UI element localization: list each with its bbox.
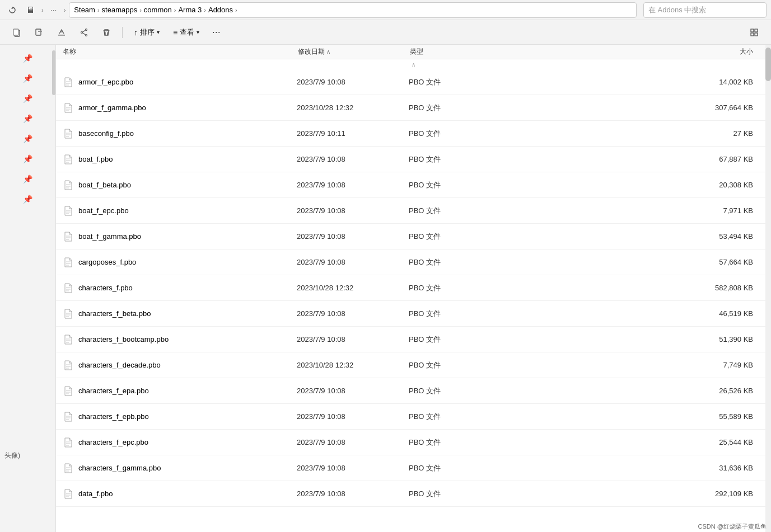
table-row[interactable]: characters_f.pbo 2023/10/28 12:32 PBO 文件… — [56, 275, 771, 301]
file-scrollbar[interactable] — [765, 45, 771, 532]
layout-button[interactable] — [744, 23, 764, 41]
file-icon — [63, 102, 74, 114]
file-type: PBO 文件 — [409, 129, 510, 139]
table-row[interactable]: cargoposes_f.pbo 2023/7/9 10:08 PBO 文件 5… — [56, 249, 771, 275]
file-scrollbar-thumb[interactable] — [765, 48, 771, 81]
table-row[interactable]: armor_f_epc.pbo 2023/7/9 10:08 PBO 文件 14… — [56, 69, 771, 95]
table-row[interactable]: characters_f_decade.pbo 2023/10/28 12:32… — [56, 352, 771, 378]
file-name: armor_f_epc.pbo — [78, 78, 297, 86]
svg-rect-7 — [751, 29, 754, 32]
file-name: characters_f_bootcamp.pbo — [78, 335, 297, 343]
file-name: characters_f_epb.pbo — [78, 412, 297, 421]
sidebar-pin-7[interactable]: 📌 — [18, 170, 38, 188]
breadcrumb-steamapps[interactable]: steamapps — [102, 6, 138, 14]
date-sort-icon: ∧ — [326, 49, 330, 55]
file-date: 2023/7/9 10:08 — [297, 335, 409, 343]
delete-button[interactable] — [96, 23, 116, 41]
col-header-name[interactable]: 名称 — [63, 47, 298, 57]
file-type: PBO 文件 — [409, 309, 510, 319]
table-row[interactable]: boat_f_epc.pbo 2023/7/9 10:08 PBO 文件 7,9… — [56, 198, 771, 224]
column-header: 名称 修改日期 ∧ 类型 大小 — [56, 45, 771, 59]
table-row[interactable]: characters_f_gamma.pbo 2023/7/9 10:08 PB… — [56, 455, 771, 481]
svg-point-6 — [81, 31, 83, 33]
file-icon — [63, 463, 74, 474]
file-name: boat_f.pbo — [78, 155, 297, 163]
sidebar-pin-1[interactable]: 📌 — [18, 49, 38, 67]
table-row[interactable]: boat_f_gamma.pbo 2023/7/9 10:08 PBO 文件 5… — [56, 224, 771, 249]
file-name: cargoposes_f.pbo — [78, 258, 297, 266]
sidebar-pin-8[interactable]: 📌 — [18, 190, 38, 208]
file-type: PBO 文件 — [409, 154, 510, 164]
file-icon — [63, 283, 74, 294]
file-icon — [63, 128, 74, 139]
search-input[interactable]: 在 Addons 中搜索 — [643, 2, 767, 18]
toolbar: ↑ 排序 ▾ ≡ 查看 ▾ ··· — [0, 20, 771, 45]
file-name: characters_f_epc.pbo — [78, 438, 297, 446]
more-breadcrumb-icon[interactable]: ··· — [47, 2, 60, 18]
file-icon — [63, 360, 74, 371]
breadcrumb-arma3[interactable]: Arma 3 — [178, 6, 202, 14]
svg-rect-1 — [13, 29, 18, 35]
table-row[interactable]: characters_f_bootcamp.pbo 2023/7/9 10:08… — [56, 327, 771, 352]
refresh-button[interactable] — [4, 2, 20, 18]
sidebar-scrollbar-thumb[interactable] — [52, 50, 55, 95]
sidebar-pin-5[interactable]: 📌 — [18, 130, 38, 148]
sidebar-pin-6[interactable]: 📌 — [18, 150, 38, 168]
svg-rect-2 — [36, 29, 41, 35]
file-name: characters_f_gamma.pbo — [78, 464, 297, 472]
file-type: PBO 文件 — [409, 206, 510, 216]
col-header-type[interactable]: 类型 — [410, 47, 511, 57]
col-header-date[interactable]: 修改日期 ∧ — [298, 47, 410, 57]
table-row[interactable]: characters_f_epa.pbo 2023/7/9 10:08 PBO … — [56, 378, 771, 404]
col-header-size[interactable]: 大小 — [511, 47, 764, 57]
sidebar-pin-2[interactable]: 📌 — [18, 69, 38, 87]
file-type: PBO 文件 — [409, 180, 510, 190]
table-row[interactable]: characters_f_epb.pbo 2023/7/9 10:08 PBO … — [56, 404, 771, 430]
table-row[interactable]: data_f.pbo 2023/7/9 10:08 PBO 文件 292,109… — [56, 481, 771, 507]
breadcrumb-common[interactable]: common — [144, 6, 172, 14]
file-size: 7,971 KB — [510, 206, 764, 215]
file-size: 55,589 KB — [510, 412, 764, 421]
file-size: 26,526 KB — [510, 387, 764, 395]
monitor-icon: 🖥 — [22, 2, 38, 18]
file-icon — [63, 488, 74, 500]
file-date: 2023/7/9 10:11 — [297, 129, 409, 138]
file-size: 51,390 KB — [510, 335, 764, 343]
cut-button[interactable] — [29, 23, 49, 41]
table-row[interactable]: baseconfig_f.pbo 2023/7/9 10:11 PBO 文件 2… — [56, 121, 771, 147]
file-name: characters_f.pbo — [78, 284, 297, 292]
file-name: data_f.pbo — [78, 489, 297, 498]
file-icon — [63, 334, 74, 345]
sidebar-pin-3[interactable]: 📌 — [18, 90, 38, 107]
file-icon — [63, 205, 74, 216]
breadcrumb-addons[interactable]: Addons — [208, 6, 233, 14]
sidebar-scrollbar[interactable] — [52, 45, 55, 532]
copy-button[interactable] — [7, 23, 27, 41]
sidebar-pin-4[interactable]: 📌 — [18, 110, 38, 128]
view-button[interactable]: ≡ 查看 ▾ — [167, 23, 205, 41]
table-row[interactable]: boat_f.pbo 2023/7/9 10:08 PBO 文件 67,887 … — [56, 147, 771, 172]
rename-button[interactable] — [52, 23, 72, 41]
table-row[interactable]: boat_f_beta.pbo 2023/7/9 10:08 PBO 文件 20… — [56, 172, 771, 198]
file-type: PBO 文件 — [409, 437, 510, 448]
more-options-button[interactable]: ··· — [207, 23, 225, 41]
file-date: 2023/10/28 12:32 — [297, 361, 409, 369]
table-row[interactable]: armor_f_gamma.pbo 2023/10/28 12:32 PBO 文… — [56, 95, 771, 121]
file-size: 53,494 KB — [510, 232, 764, 241]
file-size: 20,308 KB — [510, 181, 764, 189]
file-type: PBO 文件 — [409, 386, 510, 396]
file-list: armor_f_epc.pbo 2023/7/9 10:08 PBO 文件 14… — [56, 69, 771, 532]
table-row[interactable]: characters_f_beta.pbo 2023/7/9 10:08 PBO… — [56, 301, 771, 327]
file-date: 2023/7/9 10:08 — [297, 387, 409, 395]
file-type: PBO 文件 — [409, 335, 510, 345]
sort-button[interactable]: ↑ 排序 ▾ — [128, 23, 165, 41]
file-type: PBO 文件 — [409, 232, 510, 242]
file-type: PBO 文件 — [409, 283, 510, 293]
svg-rect-3 — [58, 35, 65, 36]
file-type: PBO 文件 — [409, 489, 510, 499]
share-button[interactable] — [74, 23, 94, 41]
breadcrumb-steam[interactable]: Steam — [74, 6, 95, 14]
file-size: 31,636 KB — [510, 464, 764, 472]
breadcrumb-bar[interactable]: Steam › steamapps › common › Arma 3 › Ad… — [69, 2, 637, 18]
table-row[interactable]: characters_f_epc.pbo 2023/7/9 10:08 PBO … — [56, 430, 771, 455]
